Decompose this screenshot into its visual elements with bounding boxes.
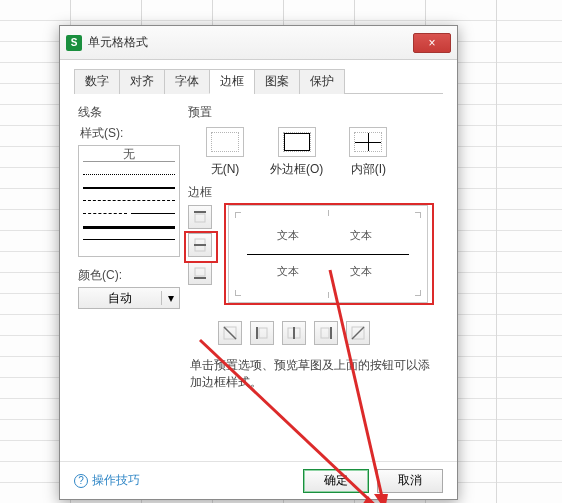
preset-group-label: 预置 bbox=[188, 104, 439, 121]
tab-content: 线条 样式(S): 无 颜色(C): 自动 bbox=[74, 94, 443, 395]
tab-protection[interactable]: 保护 bbox=[299, 69, 345, 94]
tab-pattern[interactable]: 图案 bbox=[254, 69, 300, 94]
preview-text: 文本 bbox=[350, 228, 372, 243]
preset-outer-label: 外边框(O) bbox=[270, 161, 323, 178]
cancel-button[interactable]: 取消 bbox=[377, 469, 443, 493]
line-style-option[interactable] bbox=[83, 226, 175, 239]
border-preview[interactable]: 文本 文本 文本 文本 bbox=[228, 205, 428, 303]
line-style-option[interactable] bbox=[83, 161, 175, 174]
line-style-none[interactable]: 无 bbox=[83, 148, 175, 161]
tips-label: 操作技巧 bbox=[92, 472, 140, 489]
line-style-option[interactable] bbox=[83, 187, 175, 200]
color-combo[interactable]: 自动 ▾ bbox=[78, 287, 180, 309]
tab-alignment[interactable]: 对齐 bbox=[119, 69, 165, 94]
line-style-list[interactable]: 无 bbox=[78, 145, 180, 257]
dialog-header: S 单元格格式 × bbox=[60, 26, 457, 60]
tab-font[interactable]: 字体 bbox=[164, 69, 210, 94]
line-style-option[interactable] bbox=[83, 174, 175, 187]
svg-rect-4 bbox=[195, 268, 205, 276]
color-value: 自动 bbox=[79, 290, 161, 307]
border-hmiddle-button[interactable] bbox=[188, 233, 212, 257]
svg-line-7 bbox=[224, 327, 236, 339]
tips-link[interactable]: ? 操作技巧 bbox=[74, 472, 140, 489]
border-group-label: 边框 bbox=[188, 184, 439, 201]
preset-inner-label: 内部(I) bbox=[351, 161, 386, 178]
ok-button[interactable]: 确定 bbox=[303, 469, 369, 493]
description-text: 单击预置选项、预览草图及上面的按钮可以添加边框样式。 bbox=[190, 357, 437, 391]
dropdown-icon: ▾ bbox=[161, 291, 179, 305]
preview-text: 文本 bbox=[277, 264, 299, 279]
line-style-option[interactable] bbox=[83, 239, 175, 252]
preview-middle-line bbox=[247, 254, 409, 255]
app-logo-icon: S bbox=[66, 35, 82, 51]
border-diag-up-button[interactable] bbox=[346, 321, 370, 345]
style-label: 样式(S): bbox=[80, 125, 188, 142]
svg-line-15 bbox=[352, 327, 364, 339]
svg-rect-12 bbox=[321, 328, 329, 338]
tab-number[interactable]: 数字 bbox=[74, 69, 120, 94]
border-diag-down-button[interactable] bbox=[218, 321, 242, 345]
border-left-button[interactable] bbox=[250, 321, 274, 345]
line-style-option[interactable] bbox=[83, 200, 175, 213]
dialog-title: 单元格格式 bbox=[88, 34, 148, 51]
preset-none-label: 无(N) bbox=[211, 161, 240, 178]
cell-format-dialog: S 单元格格式 × 数字 对齐 字体 边框 图案 保护 线条 样式(S): 无 bbox=[59, 25, 458, 500]
svg-rect-1 bbox=[195, 214, 205, 222]
tab-bar: 数字 对齐 字体 边框 图案 保护 bbox=[74, 68, 443, 94]
border-right-button[interactable] bbox=[314, 321, 338, 345]
preset-outer-button[interactable] bbox=[278, 127, 316, 157]
svg-rect-9 bbox=[259, 328, 267, 338]
close-icon: × bbox=[428, 36, 435, 50]
preset-none-button[interactable] bbox=[206, 127, 244, 157]
preview-text: 文本 bbox=[277, 228, 299, 243]
line-group-label: 线条 bbox=[78, 104, 188, 121]
border-vmiddle-button[interactable] bbox=[282, 321, 306, 345]
color-label: 颜色(C): bbox=[78, 267, 188, 284]
border-top-button[interactable] bbox=[188, 205, 212, 229]
dialog-footer: ? 操作技巧 确定 取消 bbox=[60, 461, 457, 499]
tab-border[interactable]: 边框 bbox=[209, 69, 255, 94]
border-bottom-button[interactable] bbox=[188, 261, 212, 285]
line-style-option[interactable] bbox=[83, 213, 175, 226]
dialog-body: 数字 对齐 字体 边框 图案 保护 线条 样式(S): 无 bbox=[60, 60, 457, 461]
close-button[interactable]: × bbox=[413, 33, 451, 53]
help-icon: ? bbox=[74, 474, 88, 488]
border-editor: 文本 文本 文本 文本 bbox=[188, 205, 434, 313]
preset-inner-button[interactable] bbox=[349, 127, 387, 157]
preview-text: 文本 bbox=[350, 264, 372, 279]
